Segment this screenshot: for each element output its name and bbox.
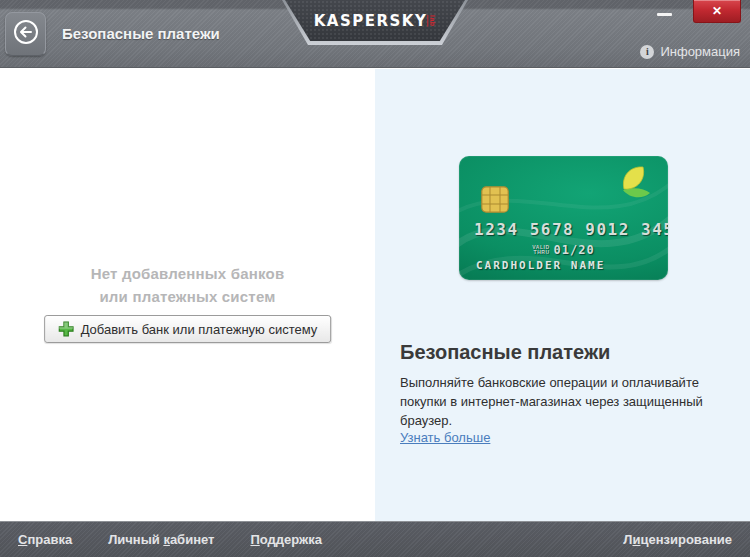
kaspersky-logo: KASPERSKY lab: [285, 0, 465, 41]
back-arrow-icon: [12, 18, 40, 50]
back-button[interactable]: [5, 12, 46, 56]
add-bank-button[interactable]: Добавить банк или платежную систему: [44, 315, 332, 343]
footer-link-support[interactable]: Поддержка: [250, 532, 322, 547]
card-expiry: 01/20: [554, 243, 595, 257]
card-number: 1234 5678 9012 3456: [474, 220, 668, 239]
info-icon: i: [640, 45, 654, 59]
kaspersky-window: Безопасные платежи KASPERSKY lab ✕ i Инф…: [0, 0, 750, 557]
kaspersky-logo-text: KASPERSKY: [314, 12, 428, 30]
valid-thru-label: VALID THRU: [532, 245, 549, 255]
safe-money-description: Выполняйте банковские операции и оплачив…: [400, 373, 728, 430]
minimize-button[interactable]: [648, 4, 680, 24]
close-icon: ✕: [712, 4, 722, 18]
credit-card-image: 1234 5678 9012 3456 VALID THRU 01/20 CAR…: [459, 156, 668, 280]
plus-icon: [58, 321, 74, 337]
minimize-icon: [657, 13, 672, 16]
close-button[interactable]: ✕: [693, 0, 741, 23]
main-content: Нет добавленных банков или платежных сис…: [0, 69, 750, 521]
learn-more-link[interactable]: Узнать больше: [400, 430, 490, 445]
empty-state-line1: Нет добавленных банков: [0, 262, 375, 285]
empty-state-line2: или платежных систем: [0, 285, 375, 308]
cardholder-name: CARDHOLDER NAME: [476, 259, 605, 272]
footer-link-licensing[interactable]: Лицензирование: [623, 532, 732, 547]
leaf-logo-icon: [611, 163, 655, 207]
kaspersky-logo-tab: KASPERSKY lab: [282, 0, 468, 45]
safe-money-info-panel: 1234 5678 9012 3456 VALID THRU 01/20 CAR…: [375, 69, 750, 521]
info-label: Информация: [660, 44, 740, 59]
kaspersky-lab-text: lab: [429, 15, 436, 27]
page-title: Безопасные платежи: [62, 25, 220, 42]
safe-money-heading: Безопасные платежи: [400, 341, 610, 364]
titlebar: Безопасные платежи KASPERSKY lab ✕ i Инф…: [0, 0, 750, 68]
card-reflection: 1234 5678 9012 3456 VALID THRU 01/20 CAR…: [459, 282, 668, 340]
footer-link-help[interactable]: Справка: [18, 532, 72, 547]
add-bank-button-label: Добавить банк или платежную систему: [81, 322, 318, 337]
card-chip-icon: [481, 186, 509, 217]
footer-link-my-account[interactable]: Личный кабинет: [108, 532, 214, 547]
info-link[interactable]: i Информация: [640, 44, 740, 59]
footer-bar: Справка Личный кабинет Поддержка Лицензи…: [0, 521, 750, 557]
banks-list-panel: Нет добавленных банков или платежных сис…: [0, 69, 375, 521]
card-valid-thru-row: VALID THRU 01/20: [459, 243, 668, 257]
empty-state-text: Нет добавленных банков или платежных сис…: [0, 262, 375, 308]
